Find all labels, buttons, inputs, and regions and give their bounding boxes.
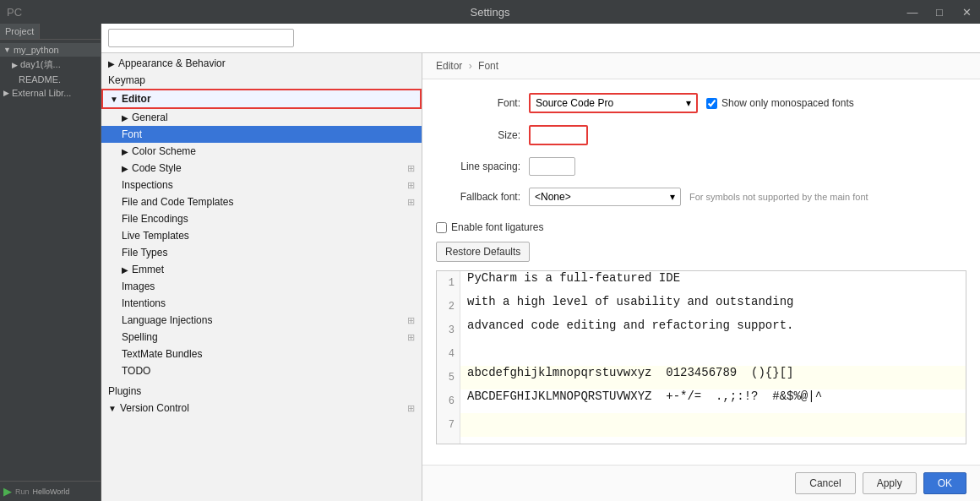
livetemplates-label: Live Templates — [122, 230, 189, 242]
tree-item-filetypes[interactable]: File Types — [101, 244, 422, 261]
settings-search-bar — [101, 24, 980, 53]
breadcrumb-separator: › — [469, 60, 472, 72]
ide-sidebar-tabs: Project — [0, 24, 101, 40]
font-preview-area: 1 PyCharm is a full-featured IDE 2 with … — [436, 270, 966, 444]
restore-defaults-row: Restore Defaults — [436, 242, 966, 262]
colorscheme-label: Color Scheme — [132, 145, 196, 157]
apply-button[interactable]: Apply — [863, 472, 917, 494]
fallback-dropdown[interactable]: <None> ▾ — [529, 188, 681, 206]
font-field-label: Font: — [436, 97, 520, 109]
general-label: General — [132, 112, 168, 123]
restore-defaults-button[interactable]: Restore Defaults — [436, 242, 530, 262]
day1-folder-item[interactable]: ▶ day1(填... — [0, 57, 101, 73]
tree-item-fileencodings[interactable]: File Encodings — [101, 210, 422, 227]
fallback-row: Fallback font: <None> ▾ For symbols not … — [436, 188, 966, 206]
tree-item-todo[interactable]: TODO — [101, 362, 422, 379]
external-libs-item[interactable]: ▶ External Libr... — [0, 86, 101, 100]
font-label: Font — [122, 128, 142, 140]
filecodetemplates-label: File and Code Templates — [122, 196, 234, 208]
ligatures-row: Enable font ligatures — [436, 221, 966, 233]
breadcrumb-editor: Editor — [436, 60, 462, 72]
tree-item-intentions[interactable]: Intentions — [101, 295, 422, 312]
tree-item-spelling[interactable]: Spelling ⊞ — [101, 329, 422, 346]
title-bar: PC Settings — □ ✕ — [0, 0, 980, 24]
ide-bottom-bar: ▶ Run HelloWorld — [0, 481, 101, 501]
tree-item-editor[interactable]: ▼ Editor — [101, 89, 422, 109]
cancel-button[interactable]: Cancel — [795, 472, 855, 494]
settings-tree: ▶ Appearance & Behavior Keymap ▼ Editor — [101, 53, 422, 501]
project-tab[interactable]: Project — [0, 24, 40, 39]
folder-arrow: ▶ — [12, 61, 18, 69]
line-content-3: advanced code editing and refactoring su… — [460, 319, 793, 332]
emmet-arrow: ▶ — [122, 265, 128, 275]
settings-left-panel: ▶ Appearance & Behavior Keymap ▼ Editor — [101, 53, 422, 501]
textmatebundles-label: TextMate Bundles — [122, 348, 202, 360]
tree-item-filecodetemplates[interactable]: File and Code Templates ⊞ — [101, 193, 422, 210]
size-field-label: Size: — [436, 129, 520, 141]
preview-line-1: 1 PyCharm is a full-featured IDE — [437, 271, 966, 295]
project-root-item[interactable]: ▼ my_python — [0, 43, 101, 57]
tree-item-images[interactable]: Images — [101, 278, 422, 295]
images-label: Images — [122, 280, 155, 292]
tree-item-livetemplates[interactable]: Live Templates — [101, 227, 422, 244]
codestyle-icon: ⊞ — [407, 163, 415, 174]
size-input[interactable]: 25 — [529, 125, 588, 145]
tree-item-codestyle[interactable]: ▶ Code Style ⊞ — [101, 160, 422, 177]
filetypes-label: File Types — [122, 247, 167, 259]
tree-item-languageinjections[interactable]: Language Injections ⊞ — [101, 312, 422, 329]
versioncontrol-icon: ⊞ — [407, 403, 415, 414]
ide-sidebar: Project ▼ my_python ▶ day1(填... README. … — [0, 24, 101, 501]
libs-arrow: ▶ — [3, 89, 9, 97]
close-button[interactable]: ✕ — [953, 0, 980, 24]
run-icon[interactable]: ▶ — [3, 485, 12, 498]
hello-world-label: HelloWorld — [33, 487, 70, 496]
tree-item-appearance[interactable]: ▶ Appearance & Behavior — [101, 55, 422, 72]
keymap-label: Keymap — [108, 74, 145, 86]
tree-item-textmatebundles[interactable]: TextMate Bundles — [101, 346, 422, 362]
preview-line-5: 5 abcdefghijklmnopqrstuvwxyz 0123456789 … — [437, 366, 966, 389]
minimize-button[interactable]: — — [899, 0, 926, 24]
readme-item[interactable]: README. — [0, 73, 101, 86]
monospaced-checkbox[interactable] — [706, 98, 717, 109]
languageinjections-icon: ⊞ — [407, 315, 415, 326]
settings-right-panel: Editor › Font Font: Source Code Pro ▾ — [422, 53, 980, 501]
appearance-label: Appearance & Behavior — [118, 57, 226, 69]
settings-search-input[interactable] — [108, 29, 294, 47]
ok-button[interactable]: OK — [923, 472, 966, 494]
line-spacing-input[interactable]: 1.0 — [529, 157, 575, 176]
line-content-2: with a high level of usability and outst… — [460, 295, 793, 308]
fileencodings-label: File Encodings — [122, 213, 188, 225]
colorscheme-arrow: ▶ — [122, 147, 128, 156]
line-num-8: 8 — [437, 437, 460, 444]
tree-item-font[interactable]: Font — [101, 126, 422, 143]
monospaced-label: Show only monospaced fonts — [721, 97, 854, 109]
maximize-button[interactable]: □ — [926, 0, 953, 24]
ligatures-checkbox[interactable] — [436, 222, 447, 233]
window-title: Settings — [471, 6, 510, 19]
tree-item-inspections[interactable]: Inspections ⊞ — [101, 177, 422, 193]
codestyle-arrow: ▶ — [122, 164, 128, 173]
tree-item-versioncontrol[interactable]: ▼ Version Control ⊞ — [101, 400, 422, 417]
emmet-label: Emmet — [132, 264, 164, 275]
tree-item-general[interactable]: ▶ General — [101, 109, 422, 126]
intentions-label: Intentions — [122, 297, 166, 309]
line-num-7: 7 — [437, 413, 460, 437]
tree-item-emmet[interactable]: ▶ Emmet — [101, 261, 422, 278]
settings-dialog: ▶ Appearance & Behavior Keymap ▼ Editor — [101, 24, 980, 501]
line-num-6: 6 — [437, 389, 460, 413]
preview-line-3: 3 advanced code editing and refactoring … — [437, 319, 966, 342]
font-dropdown[interactable]: Source Code Pro ▾ — [529, 93, 698, 113]
line-num-5: 5 — [437, 366, 460, 389]
versioncontrol-arrow: ▼ — [108, 404, 117, 413]
tree-item-plugins[interactable]: Plugins — [101, 383, 422, 400]
fallback-value: <None> — [535, 191, 571, 203]
line-content-6: ABCDEFGHIJKLMNOPQRSTUVWXYZ +-*/= .,;:!? … — [460, 389, 822, 403]
tree-item-colorscheme[interactable]: ▶ Color Scheme — [101, 143, 422, 160]
editor-label: Editor — [122, 93, 151, 105]
preview-line-4: 4 — [437, 342, 966, 366]
preview-line-7: 7 — [437, 413, 966, 437]
ide-tree: ▼ my_python ▶ day1(填... README. ▶ Extern… — [0, 40, 101, 481]
line-content-1: PyCharm is a full-featured IDE — [460, 271, 680, 285]
tree-item-keymap[interactable]: Keymap — [101, 72, 422, 89]
preview-line-6: 6 ABCDEFGHIJKLMNOPQRSTUVWXYZ +-*/= .,;:!… — [437, 389, 966, 413]
